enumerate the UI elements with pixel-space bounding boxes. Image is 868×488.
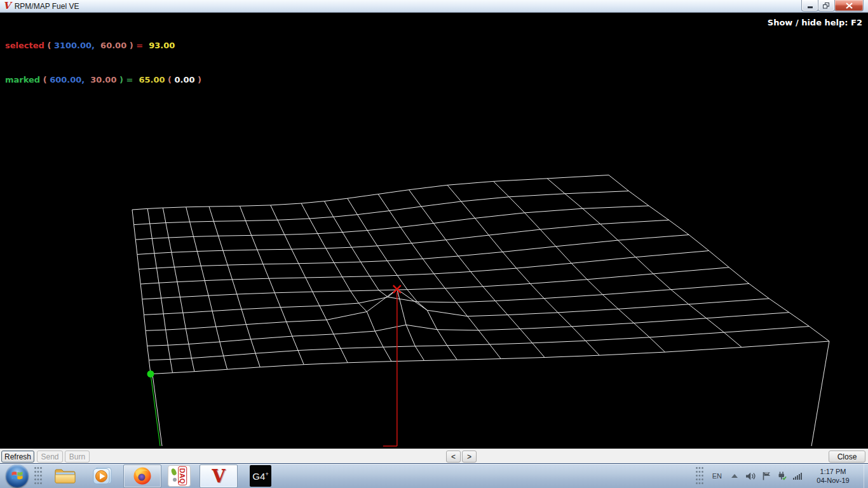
bottom-toolbar: Refresh Send Burn < > Close bbox=[0, 449, 868, 463]
windows-explorer-icon bbox=[55, 468, 76, 484]
volume-icon[interactable] bbox=[746, 472, 756, 480]
tray-grip bbox=[696, 467, 703, 485]
taskbar-grip bbox=[34, 467, 42, 485]
language-indicator[interactable]: EN bbox=[712, 472, 722, 480]
daq-dot-icon bbox=[173, 478, 177, 482]
clock-time: 1:17 PM bbox=[809, 467, 857, 476]
safely-remove-hardware-icon[interactable] bbox=[777, 471, 787, 480]
close-window-button[interactable]: Close bbox=[829, 451, 865, 463]
marked-readout: marked ( 600.00, 30.00 ) = 65.00 ( 0.00 … bbox=[5, 74, 201, 86]
media-player-icon bbox=[93, 467, 112, 485]
app-v-icon: V bbox=[3, 1, 11, 11]
daq-icon-label: DAQ bbox=[178, 466, 187, 485]
screen: V RPM/MAP Fuel VE selected ( 3100.00, 60… bbox=[0, 0, 868, 488]
clock-date: 04-Nov-19 bbox=[809, 476, 857, 485]
show-hidden-icons-button[interactable] bbox=[731, 474, 738, 478]
help-hint: Show / hide help: F2 bbox=[768, 18, 862, 27]
taskbar-item-g4plus[interactable]: G4+ bbox=[250, 465, 271, 487]
system-tray: EN bbox=[696, 464, 868, 488]
close-icon bbox=[846, 3, 853, 9]
selected-readout: selected ( 3100.00, 60.00 ) = 93.00 bbox=[5, 40, 201, 51]
windows-flag-icon bbox=[11, 471, 23, 481]
restore-button[interactable] bbox=[818, 0, 835, 11]
minimize-icon bbox=[807, 3, 813, 8]
send-button[interactable]: Send bbox=[37, 451, 63, 463]
close-button[interactable] bbox=[834, 0, 864, 11]
action-center-flag-icon[interactable] bbox=[763, 471, 771, 480]
next-table-button[interactable]: > bbox=[462, 451, 477, 463]
burn-button[interactable]: Burn bbox=[65, 451, 90, 463]
caption-buttons bbox=[802, 0, 864, 11]
firefox-icon bbox=[133, 466, 152, 485]
start-button[interactable] bbox=[6, 464, 29, 487]
minimize-button[interactable] bbox=[801, 0, 818, 11]
g4plus-icon: G4+ bbox=[250, 465, 271, 487]
network-signal-icon[interactable] bbox=[793, 472, 803, 480]
taskbar-clock[interactable]: 1:17 PM 04-Nov-19 bbox=[809, 467, 857, 485]
window-titlebar[interactable]: V RPM/MAP Fuel VE bbox=[0, 0, 868, 13]
taskbar-item-media-player[interactable] bbox=[93, 467, 112, 485]
window-title: RPM/MAP Fuel VE bbox=[15, 2, 79, 11]
taskbar-item-vemstune[interactable]: V bbox=[200, 464, 238, 488]
taskbar-item-explorer[interactable] bbox=[55, 468, 76, 484]
restore-icon bbox=[823, 3, 830, 9]
refresh-button[interactable]: Refresh bbox=[1, 451, 34, 463]
taskbar-item-firefox[interactable] bbox=[123, 464, 161, 488]
vemstune-v-icon: V bbox=[212, 468, 226, 485]
show-desktop-button[interactable] bbox=[864, 464, 868, 488]
status-readout: selected ( 3100.00, 60.00 ) = 93.00 mark… bbox=[5, 17, 201, 109]
taskbar: DAQ V G4+ EN bbox=[0, 463, 868, 488]
prev-table-button[interactable]: < bbox=[446, 451, 461, 463]
taskbar-item-daq[interactable]: DAQ bbox=[168, 465, 191, 487]
daq-leaf-icon bbox=[170, 468, 177, 476]
ve-3d-view[interactable]: selected ( 3100.00, 60.00 ) = 93.00 mark… bbox=[0, 13, 868, 449]
daq-icon: DAQ bbox=[168, 465, 191, 487]
